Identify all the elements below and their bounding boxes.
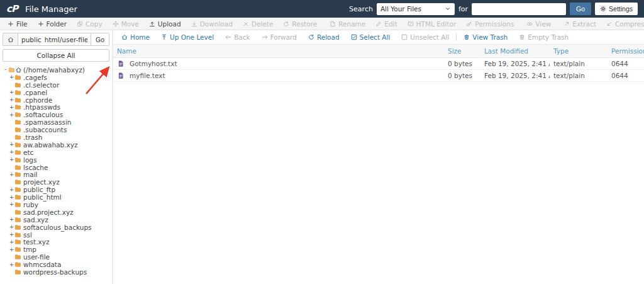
tree-item-sad-xyz[interactable]: +sad.xyz xyxy=(3,216,109,224)
directory-tree: -(/home/wahabxyz)+.cagefs.cl.selector+.c… xyxy=(3,66,109,276)
expand-icon[interactable]: + xyxy=(9,195,14,200)
column-header-last-modified[interactable]: Last Modified xyxy=(480,45,550,58)
upload-icon xyxy=(149,21,155,27)
expand-icon[interactable]: + xyxy=(9,187,14,193)
expand-icon[interactable]: + xyxy=(9,105,14,110)
file-table: NameSizeLast ModifiedTypePermissions Got… xyxy=(113,44,644,82)
expand-icon[interactable]: + xyxy=(9,74,14,80)
expand-icon[interactable]: + xyxy=(9,239,14,245)
expand-icon[interactable]: + xyxy=(9,142,14,147)
button-label: Edit xyxy=(384,20,397,28)
button-label: View Trash xyxy=(472,33,508,41)
tree-item-aw-abwahab-xyz[interactable]: +aw.abwahab.xyz xyxy=(3,141,109,149)
collapse-icon[interactable]: - xyxy=(3,67,8,72)
search-scope-select[interactable]: All Your Files xyxy=(377,3,455,15)
toolbar-button-file[interactable]: File xyxy=(3,18,33,30)
collapse-all-button[interactable]: Collapse All xyxy=(3,49,109,62)
expand-icon[interactable]: + xyxy=(9,232,14,237)
eye-icon xyxy=(526,21,533,27)
toolbar-button-folder[interactable]: Folder xyxy=(33,18,72,30)
settings-label: Settings xyxy=(609,5,633,13)
tree-item-trash[interactable]: .trash xyxy=(3,133,109,141)
expand-icon[interactable]: + xyxy=(9,202,14,207)
search-go-button[interactable]: Go xyxy=(570,3,591,15)
expand-icon[interactable]: + xyxy=(9,89,14,95)
expand-icon[interactable]: + xyxy=(9,224,14,230)
tree-item-test-xyz[interactable]: +test.xyz xyxy=(3,238,109,246)
expand-icon[interactable]: + xyxy=(9,172,14,178)
tree-item-softaculous[interactable]: +.softaculous xyxy=(3,111,109,118)
folder-icon xyxy=(14,224,21,230)
nav-button-reload[interactable]: Reload xyxy=(303,33,345,41)
expand-icon[interactable]: + xyxy=(9,157,14,162)
tree-item-softaculous-backups[interactable]: +softaculous_backups xyxy=(3,224,109,231)
tree-item-mail[interactable]: +mail xyxy=(3,171,109,178)
tree-item-label: sad.project.xyz xyxy=(23,208,74,216)
column-header-name[interactable]: Name xyxy=(113,45,444,58)
file-row-gotmyhost-txt[interactable]: Gotmyhost.txt0 bytesFeb 19, 2025, 2:41 A… xyxy=(113,58,644,70)
column-header-size[interactable]: Size xyxy=(444,45,480,58)
tree-item-tmp[interactable]: +tmp xyxy=(3,246,109,253)
tree-item-cagefs[interactable]: +.cagefs xyxy=(3,74,109,81)
button-label: Reload xyxy=(317,33,340,41)
toolbar-button-upload[interactable]: Upload xyxy=(144,18,186,30)
nav-button-view-trash[interactable]: View Trash xyxy=(458,33,513,41)
button-label: Move xyxy=(121,20,139,28)
folder-icon xyxy=(14,97,21,103)
tree-item-spamassassin[interactable]: .spamassassin xyxy=(3,118,109,126)
tree-item-cl-selector[interactable]: .cl.selector xyxy=(3,81,109,89)
tree-item-label: test.xyz xyxy=(23,238,49,246)
expand-icon[interactable]: + xyxy=(9,112,14,118)
file-row-myfile-text[interactable]: myfile.text0 bytesFeb 19, 2025, 2:41 AMt… xyxy=(113,70,644,82)
expand-icon[interactable]: + xyxy=(9,149,14,155)
nav-button-select-all[interactable]: Select All xyxy=(345,33,396,41)
tree-item-ssl[interactable]: +ssl xyxy=(3,231,109,239)
file-name-cell: myfile.text xyxy=(117,72,440,79)
nav-button-empty-trash: Empty Trash xyxy=(513,33,574,41)
trash-icon xyxy=(464,34,470,40)
button-label: Extract xyxy=(572,20,596,28)
button-label: Select All xyxy=(360,33,391,41)
folder-icon xyxy=(14,202,21,208)
tree-item-whmcsdata[interactable]: +whmcsdata xyxy=(3,261,109,268)
chevron-down-icon xyxy=(445,6,451,12)
content-area: Go Collapse All -(/home/wahabxyz)+.cagef… xyxy=(0,30,644,284)
nav-button-unselect-all: Unselect All xyxy=(396,33,455,41)
tree-item-htpasswds[interactable]: +.htpasswds xyxy=(3,103,109,111)
expand-icon[interactable]: + xyxy=(9,262,14,268)
tree-item-user-file[interactable]: user-file xyxy=(3,253,109,261)
tree-item-subaccounts[interactable]: .subaccounts xyxy=(3,126,109,133)
nav-button-home[interactable]: Home xyxy=(116,33,155,41)
column-header-permissions[interactable]: Permissions xyxy=(608,45,644,58)
plus-icon xyxy=(38,21,44,27)
path-home-button[interactable] xyxy=(3,33,18,46)
expand-icon[interactable]: + xyxy=(9,247,14,253)
checkbox-checked-icon xyxy=(351,34,357,40)
search-input[interactable] xyxy=(472,3,566,15)
tree-item-ruby[interactable]: +ruby xyxy=(3,201,109,208)
expand-icon[interactable]: + xyxy=(9,217,14,222)
tree-item-wordpress-backups[interactable]: wordpress-backups xyxy=(3,268,109,276)
tree-item-project-xyz[interactable]: project.xyz xyxy=(3,178,109,186)
tree-item-public-ftp[interactable]: +public_ftp xyxy=(3,186,109,193)
settings-button[interactable]: Settings xyxy=(595,3,638,15)
tree-item-logs[interactable]: +logs xyxy=(3,156,109,164)
expand-icon[interactable]: + xyxy=(9,97,14,103)
tree-item-etc[interactable]: +etc xyxy=(3,149,109,156)
trash-icon xyxy=(519,34,525,40)
tree-item-cpanel[interactable]: +.cpanel xyxy=(3,89,109,96)
toolbar-button-compress: Compress xyxy=(601,18,644,30)
path-go-button[interactable]: Go xyxy=(91,33,109,46)
column-header-type[interactable]: Type xyxy=(550,45,608,58)
tree-item-sad-project-xyz[interactable]: sad.project.xyz xyxy=(3,208,109,216)
tree-item-lscache[interactable]: lscache xyxy=(3,164,109,171)
tree-item-home-wahabxyz[interactable]: -(/home/wahabxyz) xyxy=(3,66,109,74)
tree-item-label: public_ftp xyxy=(23,186,55,193)
tree-item-cphorde[interactable]: +.cphorde xyxy=(3,96,109,104)
home-icon xyxy=(8,37,14,43)
file-name: myfile.text xyxy=(130,72,165,79)
nav-button-up-one-level[interactable]: Up One Level xyxy=(155,33,219,41)
tree-item-public-html[interactable]: +public_html xyxy=(3,193,109,201)
toolbar-button-extract: Extract xyxy=(558,18,601,30)
path-input[interactable] xyxy=(18,33,91,46)
